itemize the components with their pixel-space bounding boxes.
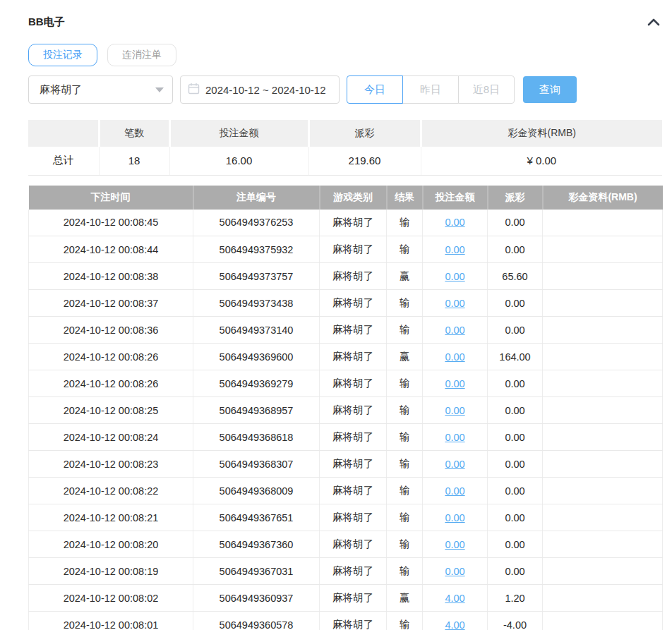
yesterday-button[interactable]: 昨日 — [402, 75, 459, 104]
bet-amount-link[interactable]: 0.00 — [445, 459, 464, 470]
cell-bonus — [543, 397, 663, 424]
cell-bet-amount: 0.00 — [423, 451, 488, 478]
cell-game-type: 麻将胡了 — [320, 531, 387, 558]
table-row: 2024-10-12 00:08:23 5064949368307 麻将胡了 输… — [29, 451, 663, 478]
cell-bet-time: 2024-10-12 00:08:44 — [29, 236, 193, 263]
bet-amount-link[interactable]: 0.00 — [445, 351, 464, 363]
cell-bet-amount: 0.00 — [423, 504, 488, 531]
bet-amount-link[interactable]: 0.00 — [445, 244, 464, 255]
table-row: 2024-10-12 00:08:36 5064949373140 麻将胡了 输… — [29, 317, 663, 344]
cell-game-type: 麻将胡了 — [320, 290, 387, 317]
cell-result: 赢 — [387, 344, 423, 370]
bet-amount-link[interactable]: 0.00 — [445, 217, 464, 228]
summary-total-count: 18 — [99, 147, 169, 175]
bet-amount-link[interactable]: 0.00 — [445, 566, 464, 577]
bet-amount-link[interactable]: 0.00 — [445, 271, 464, 282]
summary-header-bet-amount: 投注金额 — [169, 120, 308, 147]
bet-amount-link[interactable]: 0.00 — [445, 485, 464, 497]
calendar-icon — [188, 83, 200, 97]
cell-bet-time: 2024-10-12 00:08:37 — [29, 290, 193, 317]
bet-amount-link[interactable]: 4.00 — [445, 593, 464, 604]
cell-result: 输 — [387, 504, 423, 531]
bet-history-panel: BB电子 投注记录 连消注单 麻将胡了 2024-10-12 ~ 2024-10… — [0, 0, 672, 630]
panel-header: BB电子 — [28, 14, 662, 30]
cell-bet-amount: 0.00 — [423, 317, 488, 344]
last8days-button[interactable]: 近8日 — [458, 75, 515, 104]
table-row: 2024-10-12 00:08:21 5064949367651 麻将胡了 输… — [29, 504, 663, 531]
game-select[interactable]: 麻将胡了 — [28, 75, 173, 104]
bet-records-table: 下注时间 注单编号 游戏类别 结果 投注金额 派彩 彩金资料(RMB) 2024… — [28, 186, 663, 630]
col-header-result: 结果 — [387, 186, 423, 210]
cell-game-type: 麻将胡了 — [320, 317, 387, 344]
cell-order-no: 5064949367651 — [193, 504, 320, 531]
cell-bonus — [543, 236, 663, 263]
cell-bonus — [543, 370, 663, 397]
today-button[interactable]: 今日 — [347, 75, 403, 104]
cell-bonus — [543, 585, 663, 612]
cell-payout: 0.00 — [488, 478, 543, 504]
cell-bet-amount: 0.00 — [423, 531, 488, 558]
cell-result: 输 — [387, 424, 423, 451]
tab-cancel-orders[interactable]: 连消注单 — [107, 44, 176, 66]
cell-bet-time: 2024-10-12 00:08:23 — [29, 451, 193, 478]
cell-bonus — [543, 612, 663, 630]
cell-game-type: 麻将胡了 — [320, 397, 387, 424]
cell-bonus — [543, 531, 663, 558]
cell-result: 输 — [387, 370, 423, 397]
col-header-game-type: 游戏类别 — [320, 186, 387, 210]
bet-amount-link[interactable]: 0.00 — [445, 298, 464, 309]
cell-bonus — [543, 424, 663, 451]
bet-amount-link[interactable]: 0.00 — [445, 432, 464, 443]
chevron-down-icon — [155, 87, 164, 92]
table-row: 2024-10-12 00:08:26 5064949369600 麻将胡了 赢… — [29, 344, 663, 370]
cell-game-type: 麻将胡了 — [320, 504, 387, 531]
bet-amount-link[interactable]: 0.00 — [445, 512, 464, 523]
cell-payout: 0.00 — [488, 317, 543, 344]
bet-amount-link[interactable]: 0.00 — [445, 539, 464, 550]
cell-result: 输 — [387, 451, 423, 478]
date-range-value: 2024-10-12 ~ 2024-10-12 — [205, 84, 326, 96]
cell-result: 输 — [387, 558, 423, 585]
cell-bet-amount: 0.00 — [423, 290, 488, 317]
cell-game-type: 麻将胡了 — [320, 210, 387, 236]
table-row: 2024-10-12 00:08:25 5064949368957 麻将胡了 输… — [29, 397, 663, 424]
cell-game-type: 麻将胡了 — [320, 612, 387, 630]
cell-bonus — [543, 478, 663, 504]
cell-bonus — [543, 317, 663, 344]
table-row: 2024-10-12 00:08:44 5064949375932 麻将胡了 输… — [29, 236, 663, 263]
tab-bet-records[interactable]: 投注记录 — [28, 44, 97, 66]
cell-order-no: 5064949367360 — [193, 531, 320, 558]
cell-order-no: 5064949368618 — [193, 424, 320, 451]
cell-bonus — [543, 558, 663, 585]
cell-payout: 0.00 — [488, 504, 543, 531]
cell-payout: 1.20 — [488, 585, 543, 612]
cell-payout: 0.00 — [488, 236, 543, 263]
cell-game-type: 麻将胡了 — [320, 451, 387, 478]
cell-bet-time: 2024-10-12 00:08:26 — [29, 344, 193, 370]
cell-bet-amount: 4.00 — [423, 612, 488, 630]
collapse-button[interactable] — [645, 16, 662, 28]
summary-header-blank — [28, 120, 99, 147]
query-button[interactable]: 查询 — [523, 76, 577, 103]
table-row: 2024-10-12 00:08:01 5064949360578 麻将胡了 输… — [29, 612, 663, 630]
bet-amount-link[interactable]: 0.00 — [445, 325, 464, 336]
bet-amount-link[interactable]: 4.00 — [445, 619, 464, 630]
bet-amount-link[interactable]: 0.00 — [445, 405, 464, 416]
cell-bet-amount: 0.00 — [423, 558, 488, 585]
cell-bet-time: 2024-10-12 00:08:24 — [29, 424, 193, 451]
cell-bet-time: 2024-10-12 00:08:20 — [29, 531, 193, 558]
cell-result: 赢 — [387, 585, 423, 612]
bet-amount-link[interactable]: 0.00 — [445, 378, 464, 389]
col-header-bonus: 彩金资料(RMB) — [543, 186, 663, 210]
cell-bet-amount: 0.00 — [423, 236, 488, 263]
cell-bet-amount: 0.00 — [423, 397, 488, 424]
table-body: 2024-10-12 00:08:45 5064949376253 麻将胡了 输… — [29, 210, 663, 630]
date-range-input[interactable]: 2024-10-12 ~ 2024-10-12 — [180, 75, 340, 104]
table-row: 2024-10-12 00:08:22 5064949368009 麻将胡了 输… — [29, 478, 663, 504]
cell-bet-time: 2024-10-12 00:08:45 — [29, 210, 193, 236]
cell-bonus — [543, 263, 663, 290]
cell-bet-amount: 0.00 — [423, 478, 488, 504]
summary-total-payout: 219.60 — [308, 147, 421, 175]
cell-result: 输 — [387, 290, 423, 317]
cell-payout: -4.00 — [488, 612, 543, 630]
